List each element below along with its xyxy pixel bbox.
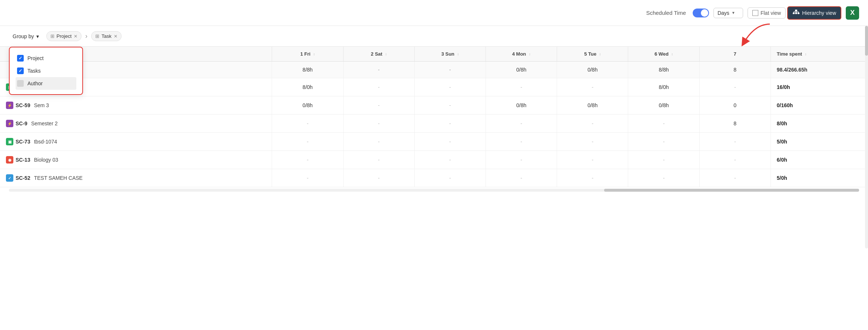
row-5-fri: - [272,169,343,187]
row-0-timespent: 16/0h [771,78,868,96]
task-name-cell-3[interactable]: ▣ SC-73 tbsd-1074 [0,133,272,151]
vertical-scrollbar-thumb[interactable] [865,26,868,56]
col-header-5tue[interactable]: 5 Tue ↕ [557,47,628,62]
col-header-timespent[interactable]: Time spent ↕ [771,47,868,62]
dropdown-project-label: Project [27,55,44,61]
main-table: 1 Fri ↕ 2 Sat ↕ 3 Sun ↕ 4 Mon ↕ [0,47,868,187]
excel-export-button[interactable]: X [846,6,859,20]
toolbar: Scheduled Time Days ▼ Flat view [0,0,868,26]
flat-view-button[interactable]: Flat view [748,7,786,19]
row-0-tue: - [557,78,628,96]
row-3-sun: - [414,133,486,151]
checkbox-tasks[interactable] [17,67,24,74]
task-name-cell-2[interactable]: ⚡ SC-9 Semester 2 [0,115,272,133]
task-title-3: tbsd-1074 [34,139,57,145]
row-0-mon: - [486,78,557,96]
row-2-timespent: 8/0h [771,115,868,133]
flat-view-icon [752,10,758,16]
row-5-sun: - [414,169,486,187]
grid-icon-task: ⊞ [95,33,99,39]
horizontal-scrollbar-thumb[interactable] [604,189,859,192]
task-name-cell-1[interactable]: ⚡ SC-59 Sem 3 [0,96,272,115]
row-4-mon: - [486,151,557,169]
horizontal-scrollbar[interactable] [9,189,859,192]
row-2-wed: - [628,115,699,133]
col-header-3sun[interactable]: 3 Sun ↕ [414,47,486,62]
task-badge-icon-2: ⚡ [6,120,13,127]
col-header-6wed[interactable]: 6 Wed ↕ [628,47,699,62]
row-1-sat: - [343,96,414,115]
summary-tue: 0/8h [557,62,628,78]
chip-task-close[interactable]: ✕ [114,34,117,39]
hierarchy-view-button[interactable]: Hierarchy view [787,6,841,20]
row-4-timespent: 6/0h [771,151,868,169]
dropdown-item-author[interactable]: Author [16,77,76,90]
svg-rect-2 [795,13,797,14]
chip-task-label: Task [102,33,112,39]
chip-task[interactable]: ⊞ Task ✕ [91,31,122,41]
chip-separator: › [85,32,87,40]
table-container: 1 Fri ↕ 2 Sat ↕ 3 Sun ↕ 4 Mon ↕ [0,47,868,187]
chip-project-close[interactable]: ✕ [74,34,77,39]
grid-icon: ⊞ [50,33,54,39]
task-name-cell-4[interactable]: ◉ SC-13 Biology 03 [0,151,272,169]
chevron-down-icon: ▼ [732,11,735,15]
checkbox-project[interactable] [17,55,24,62]
dropdown-author-label: Author [27,80,43,86]
summary-row: 8/8h - - 0/8h 0/8h 8/8h 8 98.4/266.65h [0,62,868,78]
col-header-2sat[interactable]: 2 Sat ↕ [343,47,414,62]
task-id-2: SC-9 [16,121,27,126]
vertical-scrollbar[interactable] [865,26,868,248]
col-header-7[interactable]: 7 [699,47,771,62]
svg-rect-3 [798,13,799,14]
hierarchy-icon [792,9,800,17]
checkbox-author[interactable] [17,80,24,87]
row-2-tue: - [557,115,628,133]
excel-icon: X [850,9,855,17]
row-0-wed: 8/0h [628,78,699,96]
row-4-wed: - [628,151,699,169]
task-name-cell-5[interactable]: ✓ SC-52 TEST SAMEH CASE [0,169,272,187]
table-row: ⚡ SC-9 Semester 2 - - - - - - 8 8/0h [0,115,868,133]
summary-sun: - [414,62,486,78]
dropdown-item-tasks[interactable]: Tasks [16,65,76,77]
table-row: ✓ SC-52 TEST SAMEH CASE - - - - - - - 5/… [0,169,868,187]
row-5-timespent: 5/0h [771,169,868,187]
chip-project[interactable]: ⊞ Project ✕ [46,31,82,41]
row-4-sat: - [343,151,414,169]
row-1-sun: - [414,96,486,115]
row-3-wed: - [628,133,699,151]
task-title-5: TEST SAMEH CASE [34,175,83,181]
row-4-fri: - [272,151,343,169]
scheduled-time-toggle[interactable] [693,9,709,17]
row-1-fri: 0/8h [272,96,343,115]
row-1-wed: 0/8h [628,96,699,115]
summary-timespent: 98.4/266.65h [771,62,868,78]
row-2-sat: - [343,115,414,133]
row-1-mon: 0/8h [486,96,557,115]
task-badge-icon-1: ⚡ [6,102,13,109]
summary-sat: - [343,62,414,78]
row-5-tue: - [557,169,628,187]
days-dropdown[interactable]: Days ▼ [713,8,743,18]
row-2-mon: - [486,115,557,133]
dropdown-item-project[interactable]: Project [16,52,76,65]
row-2-sun: - [414,115,486,133]
group-by-chevron-icon: ▾ [36,33,39,39]
row-3-fri: - [272,133,343,151]
col-header-4mon[interactable]: 4 Mon ↕ [486,47,557,62]
task-title-4: Biology 03 [34,157,58,163]
group-by-button[interactable]: Group by ▾ [9,32,43,41]
row-0-day7: - [699,78,771,96]
task-id-3: SC-73 [16,139,30,145]
sort-icon-timespent: ↕ [805,53,807,56]
hierarchy-view-label: Hierarchy view [802,10,836,16]
task-id-1: SC-59 [16,102,30,108]
svg-rect-1 [793,13,795,14]
row-0-sat: - [343,78,414,96]
dropdown-tasks-label: Tasks [27,68,41,74]
row-2-fri: - [272,115,343,133]
sort-icon-3sun: ↕ [457,53,459,56]
row-5-sat: - [343,169,414,187]
col-header-1fri[interactable]: 1 Fri ↕ [272,47,343,62]
